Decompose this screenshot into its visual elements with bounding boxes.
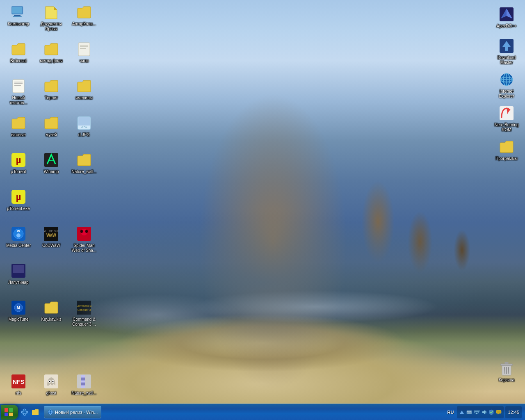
svg-point-23 [16, 233, 21, 237]
icon-documents-label: Документы Ярлык [37, 22, 66, 32]
svg-rect-8 [13, 80, 24, 93]
icon-keykav-label: Key.kav.kis [41, 317, 61, 322]
icon-media-center[interactable]: W Media Center [2, 224, 35, 260]
svg-text:NFS: NFS [13, 379, 24, 385]
tray-shield[interactable] [488, 409, 495, 415]
svg-rect-113 [468, 411, 469, 412]
taskbar-ie-pin[interactable] [20, 407, 30, 417]
icon-ghost[interactable]: ghost [35, 371, 68, 404]
clock-time: 12:45 [508, 410, 519, 415]
icon-recycle[interactable]: Корзина [490, 358, 523, 388]
icon-muzei[interactable]: музей [35, 113, 68, 150]
icon-metod[interactable]: метод фоля [35, 39, 68, 76]
tray-volume[interactable] [481, 409, 487, 415]
desktop-icons-left: Компьютер Документы Ярлык АвторКоли... [2, 2, 117, 388]
icon-codwaw[interactable]: CALL OF DUTY WaW CoDWaW [35, 224, 68, 260]
language-indicator[interactable]: RU [446, 410, 456, 415]
svg-rect-2 [14, 15, 21, 16]
icon-utorrent2-label: µTorrent.exe [7, 206, 30, 211]
icon-ternet[interactable]: Тернет [35, 76, 68, 113]
icon-spiderman-label: Spider Man Web of Sha... [69, 243, 99, 253]
start-button[interactable] [1, 405, 18, 420]
svg-point-30 [85, 230, 88, 233]
tray-arrow[interactable] [459, 409, 465, 415]
system-tray [457, 406, 504, 418]
icon-magictune[interactable]: M MagicTune [2, 297, 35, 334]
icon-computer-label: Компьютер [8, 22, 29, 27]
icon-new-text[interactable]: Новый текстов... [2, 76, 35, 113]
icon-jpg-label: d.JPG [78, 132, 90, 137]
icon-enksikal[interactable]: Bnlicesal [2, 39, 35, 76]
icon-muzei-label: музей [46, 132, 57, 137]
icon-nature-wall2[interactable]: Nature_wall... [68, 371, 100, 404]
icon-imenniy[interactable]: именины [68, 76, 100, 113]
icon-ghost-label: ghost [46, 391, 56, 396]
icon-media-center-label: Media Center [6, 243, 31, 248]
icon-enksikal-label: Bnlicesal [10, 59, 27, 64]
icon-nfs[interactable]: NFS nfs [2, 371, 35, 404]
icon-nero-label: Nero Burning ROM [492, 123, 521, 132]
svg-rect-32 [13, 265, 24, 273]
icon-chili[interactable]: чили [68, 39, 100, 76]
icon-utorrent2[interactable]: µ µTorrent.exe [2, 187, 35, 224]
icon-utorrent[interactable]: µ µTorrent [2, 150, 35, 187]
icon-keykav[interactable]: Key.kav.kis [35, 297, 68, 334]
svg-rect-115 [470, 411, 470, 412]
svg-text:Command &: Command & [77, 304, 91, 307]
icon-recycle-label: Корзина [499, 378, 514, 383]
taskbar-folder-pin[interactable] [30, 407, 40, 417]
svg-text:W: W [17, 229, 20, 233]
icon-vazhnye[interactable]: важные [2, 113, 35, 150]
icon-programs-label: Программы [495, 156, 518, 161]
icon-metod-label: метод фоля [40, 59, 62, 64]
icon-winamp[interactable]: Winamp [35, 150, 68, 187]
taskbar-programs-area: Новый релиз - Win... [18, 404, 443, 420]
svg-point-107 [48, 410, 53, 415]
icon-ie[interactable]: Internet Explorer [490, 69, 523, 101]
svg-rect-13 [78, 117, 90, 126]
icon-codwaw-label: CoDWaW [42, 243, 60, 248]
svg-rect-121 [496, 410, 501, 413]
taskbar-window-item[interactable]: Новый релиз - Win... [44, 406, 101, 418]
svg-rect-101 [9, 408, 13, 412]
svg-point-45 [52, 381, 54, 382]
clock[interactable]: 12:45 [505, 406, 522, 418]
svg-rect-52 [81, 386, 85, 388]
icon-apexdc[interactable]: ApexDC++ [490, 4, 523, 34]
tray-network[interactable] [473, 409, 480, 415]
icon-nature-wall[interactable]: Nature_wall... [68, 150, 100, 187]
svg-rect-102 [5, 413, 8, 416]
windows-logo [4, 408, 13, 417]
icon-documents[interactable]: Документы Ярлык [35, 2, 68, 39]
icon-laputinar[interactable]: Лапутинар [2, 260, 35, 297]
desktop-icons-right: ApexDC++ Download Master [490, 2, 523, 388]
icon-vazhnye-label: важные [11, 132, 26, 137]
svg-rect-4 [78, 43, 90, 56]
svg-text:µ: µ [16, 155, 21, 165]
icon-computer[interactable]: Компьютер [2, 2, 35, 39]
icon-new-text-label: Новый текстов... [4, 96, 33, 105]
icon-ie-label: Internet Explorer [492, 89, 521, 99]
icon-laputinar-label: Лапутинар [8, 280, 28, 285]
icon-apexdc-label: ApexDC++ [497, 24, 517, 29]
icon-nature-wall-label: Nature_wall... [71, 169, 96, 174]
svg-rect-49 [81, 378, 85, 380]
svg-rect-112 [467, 411, 468, 412]
icon-jpg[interactable]: JPG d.JPG [68, 113, 100, 150]
icon-download-master-label: Download Master [492, 55, 521, 65]
icon-cnc3[interactable]: Command & Conquer 3 Command & Conquer 3 … [68, 297, 100, 334]
svg-point-104 [21, 409, 28, 415]
icon-programs[interactable]: Программы [490, 137, 523, 166]
tray-balloon[interactable] [495, 409, 502, 415]
icon-nfs-label: nfs [16, 391, 21, 396]
icon-download-master[interactable]: Download Master [490, 36, 523, 67]
icon-nero[interactable]: Nero Burning ROM [490, 103, 523, 135]
svg-rect-51 [81, 383, 85, 385]
icon-avtorki[interactable]: АвторКоли... [68, 2, 100, 39]
icon-chili-label: чили [80, 59, 89, 64]
icon-spiderman[interactable]: Spider Man Web of Sha... [68, 224, 100, 260]
svg-marker-110 [460, 411, 464, 414]
svg-text:JPG: JPG [81, 125, 87, 129]
svg-rect-98 [500, 364, 513, 365]
tray-keyboard[interactable] [466, 409, 472, 415]
